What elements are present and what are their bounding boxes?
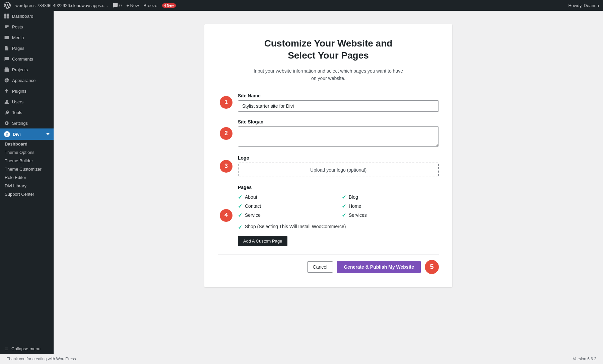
admin-bar-left: wordpress-784896-4922926.cloudwaysapps.c… [4, 2, 563, 9]
check-icon-services: ✓ [342, 212, 346, 218]
sidebar-item-tools[interactable]: Tools [0, 107, 54, 118]
pages-label: Pages [238, 185, 439, 190]
check-icon-service: ✓ [238, 212, 242, 218]
logo-upload-area[interactable]: Upload your logo (optional) [238, 163, 439, 177]
footer-version: Version 6.6.2 [573, 357, 596, 361]
wizard-card: Customize Your Website andSelect Your Pa… [204, 24, 452, 287]
sidebar-label-appearance: Appearance [12, 78, 36, 83]
comments-icon [4, 56, 9, 62]
site-name-input[interactable] [238, 100, 439, 112]
page-label-shop: Shop (Selecting This Will Install WooCom… [245, 224, 346, 229]
logo-label: Logo [238, 155, 439, 161]
step-5-badge: 5 [425, 260, 439, 274]
wordpress-logo-icon[interactable] [4, 2, 11, 9]
page-checkbox-blog[interactable]: ✓ Blog [342, 194, 439, 200]
sidebar-label-projects: Projects [12, 67, 28, 72]
sidebar-label-posts: Posts [12, 24, 23, 29]
page-checkbox-contact[interactable]: ✓ Contact [238, 203, 335, 209]
sidebar-item-appearance[interactable]: Appearance [0, 75, 54, 86]
sidebar-item-projects[interactable]: Projects [0, 64, 54, 75]
pages-grid: ✓ About ✓ Blog ✓ Contact ✓ Home [238, 194, 439, 218]
main-content: Customize Your Website andSelect Your Pa… [54, 11, 603, 354]
sidebar-label-pages: Pages [12, 46, 24, 51]
collapse-menu-label: Collapse menu [11, 346, 41, 351]
divi-menu-header[interactable]: D Divi [0, 128, 54, 140]
page-label-contact: Contact [245, 203, 261, 209]
step-4-section: 4 Pages ✓ About ✓ Blog ✓ Contact [238, 185, 439, 246]
collapse-menu-button[interactable]: Collapse menu [0, 344, 54, 354]
page-checkbox-home[interactable]: ✓ Home [342, 203, 439, 209]
pages-icon [4, 46, 9, 51]
sidebar-item-pages[interactable]: Pages [0, 43, 54, 54]
sidebar-label-comments: Comments [12, 57, 33, 62]
page-checkbox-services[interactable]: ✓ Services [342, 212, 439, 218]
user-greeting: Howdy, Deanna [568, 3, 599, 8]
chevron-down-icon [46, 132, 50, 136]
divi-sub-role-editor[interactable]: Role Editor [0, 173, 54, 182]
sidebar-item-settings[interactable]: Settings [0, 118, 54, 128]
check-icon-contact: ✓ [238, 203, 242, 209]
publish-button[interactable]: Generate & Publish My Website [337, 261, 421, 273]
sidebar-item-media[interactable]: Media [0, 32, 54, 43]
sidebar-item-comments[interactable]: Comments [0, 54, 54, 64]
divi-sub-dashboard[interactable]: Dashboard [0, 140, 54, 148]
divi-submenu: Dashboard Theme Options Theme Builder Th… [0, 140, 54, 198]
footer-thank-you: Thank you for creating with WordPress. [7, 357, 77, 361]
divi-icon: D [4, 131, 10, 137]
site-slogan-input[interactable] [238, 126, 439, 147]
tools-icon [4, 110, 9, 115]
sidebar-label-settings: Settings [12, 121, 28, 126]
page-title: Customize Your Website andSelect Your Pa… [218, 37, 439, 62]
svg-rect-3 [7, 16, 9, 18]
step-4-badge: 4 [220, 209, 232, 222]
divi-section: D Divi [0, 128, 54, 140]
divi-label: Divi [13, 132, 21, 137]
divi-sub-divi-library[interactable]: Divi Library [0, 182, 54, 190]
divi-sub-theme-builder[interactable]: Theme Builder [0, 157, 54, 165]
page-subtitle: Input your website information and selec… [218, 67, 439, 82]
page-label-services: Services [349, 212, 367, 218]
step-1-section: 1 Site Name [238, 93, 439, 112]
collapse-icon [4, 347, 9, 351]
svg-rect-2 [4, 16, 6, 18]
page-label-blog: Blog [349, 194, 358, 200]
new-badge: 4 New [162, 3, 176, 8]
dashboard-icon [4, 13, 9, 19]
sidebar: Dashboard Posts Media Pages Comments Pro… [0, 11, 54, 354]
appearance-icon [4, 78, 9, 83]
check-icon-home: ✓ [342, 203, 346, 209]
step-2-badge: 2 [220, 127, 232, 140]
step-3-section: 3 Logo Upload your logo (optional) [238, 155, 439, 177]
breeze-link[interactable]: Breeze [144, 3, 157, 8]
sidebar-label-tools: Tools [12, 110, 22, 115]
page-checkbox-about[interactable]: ✓ About [238, 194, 335, 200]
new-link[interactable]: + New [126, 3, 139, 8]
page-checkbox-service[interactable]: ✓ Service [238, 212, 335, 218]
svg-point-7 [6, 100, 8, 102]
sidebar-label-plugins: Plugins [12, 89, 26, 94]
sidebar-item-dashboard[interactable]: Dashboard [0, 11, 54, 21]
media-icon [4, 35, 9, 40]
divi-sub-theme-customizer[interactable]: Theme Customizer [0, 165, 54, 173]
step-1-badge: 1 [220, 96, 232, 109]
sidebar-item-users[interactable]: Users [0, 96, 54, 107]
comments-notif[interactable]: 0 [113, 3, 122, 8]
sidebar-item-plugins[interactable]: Plugins [0, 86, 54, 96]
sidebar-item-posts[interactable]: Posts [0, 21, 54, 32]
sidebar-label-dashboard: Dashboard [12, 14, 34, 19]
check-icon-about: ✓ [238, 194, 242, 200]
page-checkbox-shop[interactable]: ✓ Shop (Selecting This Will Install WooC… [238, 224, 439, 231]
page-label-about: About [245, 194, 257, 200]
cancel-button[interactable]: Cancel [307, 261, 333, 273]
divi-sub-support-center[interactable]: Support Center [0, 190, 54, 198]
posts-icon [4, 24, 9, 29]
site-name-label: Site Name [238, 93, 439, 98]
site-name[interactable]: wordpress-784896-4922926.cloudwaysapps.c… [15, 3, 108, 8]
plugins-icon [4, 88, 9, 94]
page-label-home: Home [349, 203, 361, 209]
svg-point-5 [5, 37, 6, 38]
add-custom-page-button[interactable]: Add A Custom Page [238, 236, 287, 246]
divi-sub-theme-options[interactable]: Theme Options [0, 148, 54, 157]
svg-rect-0 [4, 14, 6, 16]
admin-bar-right: Howdy, Deanna [568, 3, 599, 8]
